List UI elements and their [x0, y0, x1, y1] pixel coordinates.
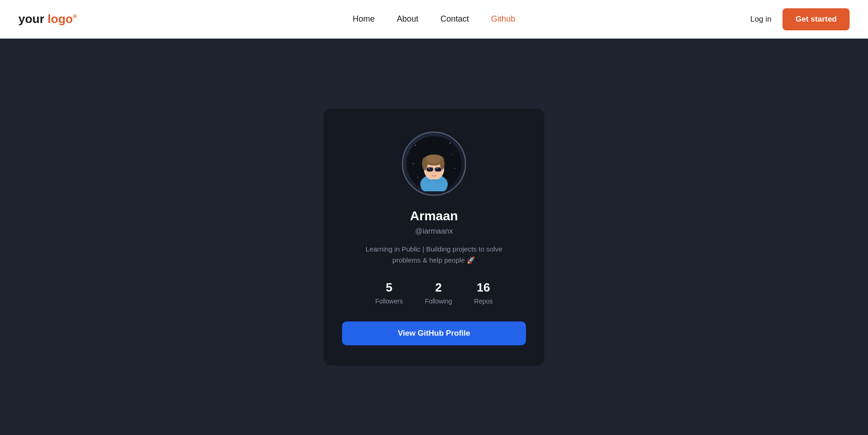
svg-point-6: [417, 177, 418, 177]
avatar-image: [406, 136, 462, 191]
main-nav: Home About Contact Github: [353, 14, 515, 24]
profile-name: Armaan: [410, 209, 458, 223]
stats-row: 5 Followers 2 Following 16 Repos: [342, 280, 526, 305]
followers-label: Followers: [375, 298, 403, 305]
avatar: [402, 132, 466, 196]
view-github-profile-button[interactable]: View GitHub Profile: [342, 321, 526, 345]
login-button[interactable]: Log in: [750, 15, 771, 24]
svg-point-2: [450, 142, 451, 143]
svg-point-5: [454, 168, 455, 169]
header: your logo® Home About Contact Github Log…: [0, 0, 868, 39]
svg-point-21: [436, 167, 438, 169]
svg-point-4: [413, 163, 414, 164]
nav-item-contact[interactable]: Contact: [440, 14, 469, 24]
svg-point-22: [433, 172, 435, 173]
logo-sup: ®: [73, 13, 77, 20]
nav-item-home[interactable]: Home: [353, 14, 375, 24]
svg-point-1: [415, 145, 416, 146]
svg-point-7: [447, 179, 448, 180]
nav-item-github[interactable]: Github: [491, 14, 515, 24]
logo: your logo®: [18, 12, 77, 26]
stat-following: 2 Following: [425, 280, 452, 305]
logo-highlight: logo: [48, 12, 73, 26]
svg-rect-15: [427, 167, 433, 172]
following-count: 2: [435, 280, 441, 295]
svg-point-20: [428, 167, 430, 169]
profile-card: Armaan @iarmaanx Learning in Public | Bu…: [324, 109, 544, 366]
svg-rect-16: [435, 167, 441, 172]
header-actions: Log in Get started: [750, 8, 850, 30]
profile-username: @iarmaanx: [415, 227, 453, 235]
get-started-button[interactable]: Get started: [782, 8, 850, 30]
profile-bio: Learning in Public | Building projects t…: [351, 244, 517, 266]
repos-label: Repos: [474, 298, 492, 305]
followers-count: 5: [386, 280, 392, 295]
stat-repos: 16 Repos: [474, 280, 492, 305]
nav-item-about[interactable]: About: [397, 14, 418, 24]
stat-followers: 5 Followers: [375, 280, 403, 305]
main-content: Armaan @iarmaanx Learning in Public | Bu…: [0, 39, 868, 435]
svg-point-3: [452, 154, 453, 155]
following-label: Following: [425, 298, 452, 305]
repos-count: 16: [477, 280, 490, 295]
